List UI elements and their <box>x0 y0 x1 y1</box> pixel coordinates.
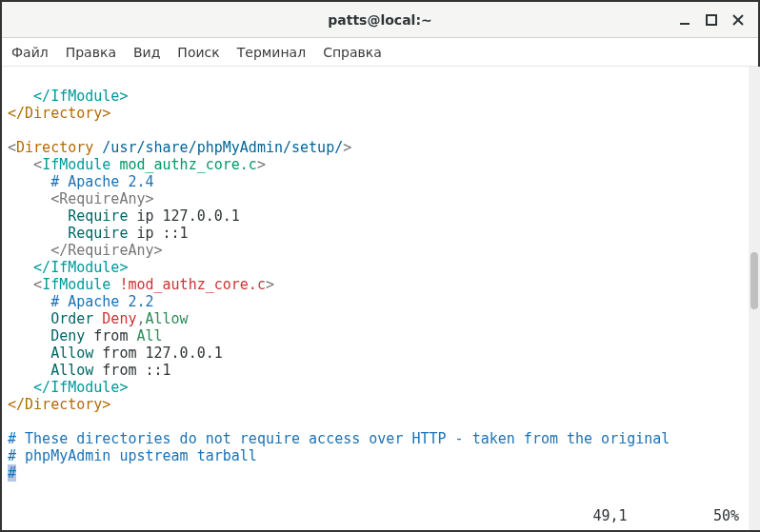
code-token: IfModule <box>42 276 110 293</box>
svg-rect-0 <box>680 23 690 25</box>
close-icon[interactable] <box>731 13 745 27</box>
code-token: Require <box>68 207 128 225</box>
vim-statusline: 49,1 50% <box>592 507 739 524</box>
code-token: Deny <box>50 327 85 345</box>
window-controls <box>678 2 752 37</box>
terminal-content[interactable]: </IfModule> </Directory> <Directory /usr… <box>2 67 758 528</box>
menu-terminal[interactable]: Терминал <box>237 45 306 60</box>
code-token: Directory <box>16 139 93 156</box>
code-token: IfModule <box>42 156 110 173</box>
code-token: </IfModule> <box>33 379 128 396</box>
code-line: </IfModule> <box>33 88 128 105</box>
menubar: Файл Правка Вид Поиск Терминал Справка <box>2 38 758 67</box>
code-comment: # These directories do not require acces… <box>8 430 670 447</box>
code-token: </IfModule> <box>33 259 128 276</box>
code-token: from 127.0.0.1 <box>93 345 222 362</box>
scroll-percent: 50% <box>713 507 739 524</box>
code-comment: # Apache 2.4 <box>50 173 153 190</box>
code-comment: # phpMyAdmin upstream tarball <box>8 447 257 464</box>
menu-help[interactable]: Справка <box>323 45 382 60</box>
menu-file[interactable]: Файл <box>11 45 49 60</box>
code-token: , <box>136 310 145 327</box>
menu-edit[interactable]: Правка <box>66 45 116 60</box>
code-token: ip 127.0.0.1 <box>128 207 239 225</box>
cursor-icon: # <box>8 464 16 482</box>
titlebar: patts@local:~ <box>2 2 758 38</box>
scrollbar-thumb[interactable] <box>750 252 758 309</box>
menu-search[interactable]: Поиск <box>177 45 219 60</box>
code-token: Require <box>68 225 128 242</box>
menu-view[interactable]: Вид <box>133 45 160 60</box>
code-token: ip ::1 <box>128 225 188 242</box>
code-token: !mod_authz_core.c <box>119 276 266 293</box>
code-token: from <box>85 327 136 345</box>
code-token: mod_authz_core.c <box>119 156 257 173</box>
minimize-icon[interactable] <box>678 13 691 27</box>
code-token: Order <box>50 310 93 327</box>
code-token: Allow <box>50 345 93 362</box>
code-token: from ::1 <box>93 362 170 379</box>
cursor-position: 49,1 <box>592 507 627 524</box>
code-line: </Directory> <box>8 105 110 122</box>
code-token: All <box>136 327 162 345</box>
maximize-icon[interactable] <box>705 13 718 27</box>
code-token: Deny <box>102 310 136 327</box>
code-token: <RequireAny> <box>50 190 153 207</box>
code-token: Allow <box>50 362 93 379</box>
code-comment: # Apache 2.2 <box>50 293 153 310</box>
svg-rect-1 <box>707 15 716 25</box>
scrollbar[interactable] <box>749 67 760 530</box>
code-token: /usr/share/phpMyAdmin/setup/ <box>102 139 343 156</box>
code-token: </Directory> <box>8 396 110 413</box>
code-token: Allow <box>146 310 189 327</box>
code-token: </RequireAny> <box>50 242 162 259</box>
window-title: patts@local:~ <box>328 12 431 28</box>
